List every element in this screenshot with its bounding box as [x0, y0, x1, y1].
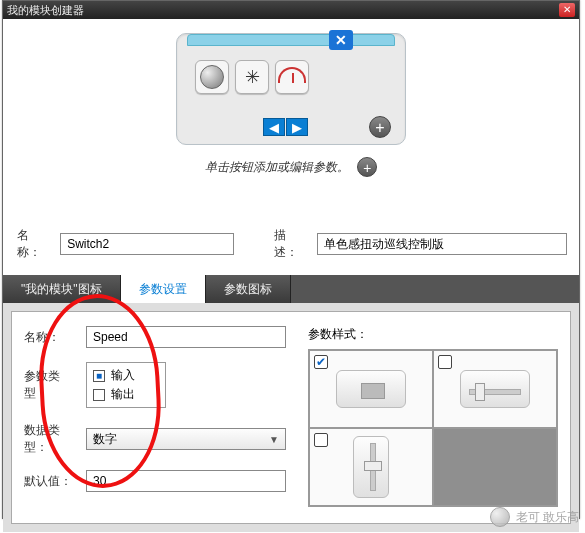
param-style-label: 参数样式：	[308, 326, 558, 343]
tabs-row: "我的模块"图标 参数设置 参数图标	[3, 275, 579, 303]
plug-icon	[336, 370, 406, 408]
spark-icon: ✳	[235, 60, 269, 94]
block-preview: ✕ ✳ + ◀ ▶	[176, 33, 406, 145]
style-plug-checkbox[interactable]: ✔	[314, 355, 328, 369]
param-style-col: 参数样式： ✔	[308, 326, 558, 509]
param-type-output-checkbox[interactable]	[93, 389, 105, 401]
hint-row: 单击按钮添加或编辑参数。 +	[176, 157, 406, 177]
dialog-window: 我的模块创建器 ✕ ✕ ✳ + ◀ ▶ 单击按钮添加或编辑参数。 + 名称：	[2, 0, 580, 519]
sensor-icon	[195, 60, 229, 94]
style-option-plug[interactable]: ✔	[309, 350, 433, 428]
param-type-input-label: 输入	[111, 367, 135, 384]
param-type-label: 参数类型：	[24, 368, 80, 402]
param-default-label: 默认值：	[24, 473, 80, 490]
param-name-label: 名称：	[24, 329, 80, 346]
param-panel: 名称： 参数类型： ■ 输入 输出	[11, 311, 571, 524]
block-top-ribbon	[187, 34, 395, 46]
param-type-output-label: 输出	[111, 386, 135, 403]
close-icon: ✕	[563, 5, 571, 15]
add-parameter-plus-icon[interactable]: +	[369, 116, 391, 138]
tab-param-icon[interactable]: 参数图标	[206, 275, 291, 303]
param-name-input[interactable]	[86, 326, 286, 348]
param-type-input-checkbox[interactable]: ■	[93, 370, 105, 382]
style-vslider-checkbox[interactable]	[314, 433, 328, 447]
watermark: 老可 敢乐高	[490, 507, 579, 527]
window-title: 我的模块创建器	[7, 3, 84, 18]
param-nav: ◀ ▶	[263, 118, 308, 136]
param-datatype-label: 数据类型：	[24, 422, 80, 456]
titlebar: 我的模块创建器 ✕	[3, 1, 579, 19]
hint-plus-icon[interactable]: +	[357, 157, 377, 177]
param-form: 名称： 参数类型： ■ 输入 输出	[24, 326, 288, 509]
param-default-input[interactable]	[86, 470, 286, 492]
window-close-button[interactable]: ✕	[559, 3, 575, 17]
watermark-icon	[490, 507, 510, 527]
style-option-empty	[433, 428, 557, 506]
tab-myblock-icon[interactable]: "我的模块"图标	[3, 275, 121, 303]
block-close-tab[interactable]: ✕	[329, 30, 353, 50]
gauge-icon	[275, 60, 309, 94]
name-desc-row: 名称： 描述：	[17, 227, 567, 261]
chevron-down-icon: ▼	[269, 434, 279, 445]
style-option-hslider[interactable]	[433, 350, 557, 428]
name-label: 名称：	[17, 227, 52, 261]
style-option-vslider[interactable]	[309, 428, 433, 506]
param-type-group: ■ 输入 输出	[86, 362, 166, 408]
style-hslider-checkbox[interactable]	[438, 355, 452, 369]
block-name-input[interactable]	[60, 233, 234, 255]
vslider-icon	[353, 436, 389, 498]
hint-text: 单击按钮添加或编辑参数。	[205, 159, 349, 176]
block-desc-input[interactable]	[317, 233, 567, 255]
tab-param-settings[interactable]: 参数设置	[121, 275, 206, 303]
preview-area: ✕ ✳ + ◀ ▶ 单击按钮添加或编辑参数。 + 名称： 描述：	[3, 33, 579, 275]
block-icon-row: ✳	[195, 60, 309, 94]
param-datatype-select[interactable]: 数字 ▼	[86, 428, 286, 450]
watermark-text: 老可 敢乐高	[516, 509, 579, 526]
param-datatype-value: 数字	[93, 431, 117, 448]
bottom-area: 名称： 参数类型： ■ 输入 输出	[3, 303, 579, 532]
param-prev-button[interactable]: ◀	[263, 118, 285, 136]
param-next-button[interactable]: ▶	[286, 118, 308, 136]
param-style-grid: ✔	[308, 349, 558, 507]
hslider-icon	[460, 370, 530, 408]
desc-label: 描述：	[274, 227, 309, 261]
